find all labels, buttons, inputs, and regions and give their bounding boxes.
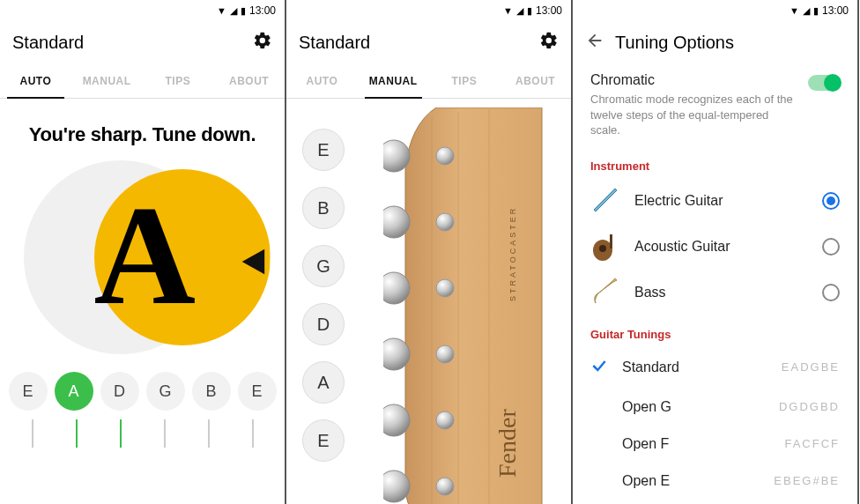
- string-button-b[interactable]: B: [192, 372, 231, 411]
- tuning-open-f[interactable]: Open F FACFCF: [573, 426, 857, 463]
- instrument-bass[interactable]: Bass: [573, 270, 857, 315]
- signal-down-icon: ▼: [503, 5, 513, 16]
- tuning-name: Open F: [622, 436, 772, 452]
- svg-point-6: [383, 338, 410, 370]
- tuning-name: Standard: [622, 359, 769, 375]
- signal-down-icon: ▼: [790, 5, 799, 16]
- tick: [164, 419, 166, 448]
- status-bar: ▼ ◢ ▮ 13:00: [0, 0, 285, 21]
- string-button-a[interactable]: A: [55, 372, 93, 411]
- radio-button[interactable]: [822, 238, 840, 256]
- tab-manual[interactable]: MANUAL: [71, 63, 143, 98]
- instrument-header: Instrument: [573, 147, 857, 178]
- tick-active: [120, 419, 122, 448]
- svg-point-18: [599, 245, 606, 252]
- peg-button-b[interactable]: B: [302, 187, 345, 229]
- signal-icon: ◢: [230, 5, 237, 17]
- tab-tips[interactable]: TIPS: [429, 63, 500, 98]
- tab-about[interactable]: ABOUT: [213, 63, 285, 98]
- status-bar: ▼ ◢ ▮ 13:00: [573, 0, 857, 21]
- tick-active: [76, 419, 78, 448]
- tab-auto[interactable]: AUTO: [286, 63, 358, 98]
- check-icon: [590, 362, 608, 377]
- peg-button-d[interactable]: D: [302, 303, 345, 345]
- svg-rect-19: [610, 234, 612, 248]
- tick: [208, 419, 210, 448]
- gear-icon[interactable]: [253, 31, 272, 54]
- tuning-open-e[interactable]: Open E EBEG#BE: [573, 463, 857, 500]
- tuning-name: Open G: [622, 399, 767, 415]
- radio-button[interactable]: [822, 192, 840, 210]
- peg-button-g[interactable]: G: [302, 245, 345, 287]
- tuning-notes: DGDGBD: [779, 400, 840, 413]
- chromatic-toggle[interactable]: [808, 75, 840, 91]
- app-bar: Standard: [0, 21, 285, 63]
- radio-button[interactable]: [822, 284, 840, 301]
- screen-tuning-options: ▼ ◢ ▮ 13:00 Tuning Options Chromatic Chr…: [573, 0, 859, 504]
- bass-guitar-icon: [590, 277, 622, 308]
- instrument-label: Electric Guitar: [634, 193, 810, 209]
- svg-point-11: [436, 279, 454, 297]
- screen-auto-tuner: ▼ ◢ ▮ 13:00 Standard AUTO MANUAL TIPS AB…: [0, 0, 286, 504]
- page-title: Standard: [12, 33, 242, 53]
- peg-button-e-high[interactable]: E: [302, 129, 345, 171]
- chromatic-row[interactable]: Chromatic Chromatic mode recognizes each…: [573, 63, 857, 147]
- signal-down-icon: ▼: [217, 5, 226, 16]
- svg-point-10: [436, 213, 454, 231]
- svg-point-8: [383, 471, 410, 502]
- status-time: 13:00: [536, 4, 562, 17]
- status-time: 13:00: [249, 4, 276, 17]
- tab-auto[interactable]: AUTO: [0, 63, 71, 98]
- tuning-standard[interactable]: Standard EADGBE: [573, 346, 857, 389]
- signal-icon: ◢: [803, 5, 810, 17]
- peg-button-e-low[interactable]: E: [302, 419, 345, 462]
- instrument-electric-guitar[interactable]: Electric Guitar: [573, 178, 857, 224]
- electric-guitar-icon: [590, 185, 622, 217]
- instrument-label: Bass: [634, 285, 810, 300]
- tab-tips[interactable]: TIPS: [143, 63, 214, 98]
- gear-icon[interactable]: [539, 31, 559, 54]
- screen-manual-tuner: ▼ ◢ ▮ 13:00 Standard AUTO MANUAL TIPS AB…: [286, 0, 573, 504]
- string-button-e-high[interactable]: E: [238, 372, 277, 411]
- guitar-headstock-icon: Fender STRATOCASTER: [383, 107, 573, 504]
- svg-point-12: [436, 345, 454, 363]
- string-selector: E A D G B E: [9, 372, 277, 411]
- page-title: Tuning Options: [615, 33, 845, 53]
- manual-body: E B G D A E: [286, 99, 571, 504]
- svg-point-9: [436, 147, 454, 165]
- battery-icon: ▮: [527, 5, 532, 17]
- svg-point-3: [383, 140, 410, 172]
- svg-point-7: [383, 404, 410, 436]
- string-button-d[interactable]: D: [100, 372, 139, 411]
- string-button-e-low[interactable]: E: [9, 372, 48, 411]
- app-bar: Tuning Options: [573, 21, 857, 63]
- signal-icon: ◢: [516, 5, 523, 17]
- options-body: Chromatic Chromatic mode recognizes each…: [573, 63, 857, 504]
- tuning-dial: A: [24, 160, 262, 354]
- status-time: 13:00: [822, 4, 849, 17]
- instrument-acoustic-guitar[interactable]: Acoustic Guitar: [573, 224, 857, 270]
- tab-about[interactable]: ABOUT: [500, 63, 571, 98]
- acoustic-guitar-icon: [590, 231, 622, 263]
- tuning-name: Open E: [622, 473, 761, 489]
- chromatic-label: Chromatic: [590, 72, 797, 88]
- string-button-g[interactable]: G: [146, 372, 185, 411]
- battery-icon: ▮: [813, 5, 819, 17]
- back-icon[interactable]: [585, 31, 604, 54]
- tab-manual[interactable]: MANUAL: [358, 63, 429, 98]
- svg-point-14: [436, 478, 454, 495]
- tuner-body: You're sharp. Tune down. A E A D G B E: [0, 99, 285, 504]
- pointer-icon: [237, 247, 267, 280]
- app-bar: Standard: [286, 21, 571, 63]
- tick-scale: [11, 419, 275, 451]
- svg-point-13: [436, 411, 454, 429]
- tunings-header: Guitar Tunings: [573, 315, 857, 346]
- tick: [252, 419, 254, 448]
- svg-text:Fender: Fender: [493, 409, 521, 478]
- page-title: Standard: [299, 33, 529, 53]
- tuning-message: You're sharp. Tune down.: [29, 123, 256, 146]
- tuning-open-g[interactable]: Open G DGDGBD: [573, 389, 857, 426]
- current-note: A: [94, 185, 196, 326]
- peg-button-a[interactable]: A: [302, 361, 345, 404]
- battery-icon: ▮: [241, 5, 246, 17]
